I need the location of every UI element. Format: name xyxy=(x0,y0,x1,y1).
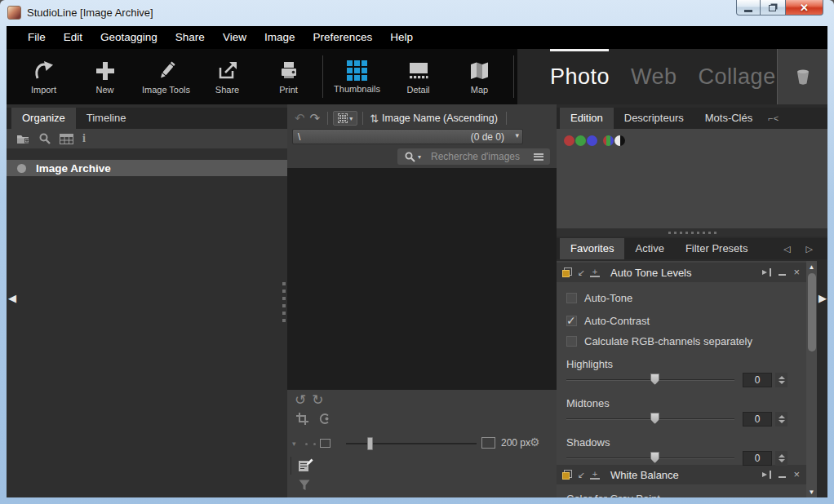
search-input[interactable]: Recherche d'images xyxy=(431,151,534,162)
white-balance-header[interactable]: ↙ + White Balance × xyxy=(557,465,806,484)
auto-contrast-checkbox[interactable]: ✓ xyxy=(566,316,577,326)
spin-down-icon[interactable] xyxy=(779,381,785,384)
small-thumbnail-icon[interactable] xyxy=(320,439,330,448)
share-button[interactable]: Share xyxy=(197,49,258,104)
folder-item-image-archive[interactable]: Image Archive xyxy=(7,160,287,176)
highlights-slider[interactable] xyxy=(566,371,734,389)
auto-contrast-row[interactable]: ✓ Auto-Contrast xyxy=(566,312,806,329)
highlights-value[interactable]: 0 xyxy=(743,373,772,387)
mode-tab-photo[interactable]: Photo xyxy=(550,64,610,90)
shadows-stepper[interactable] xyxy=(775,451,787,466)
detail-view-button[interactable]: Detail xyxy=(388,49,449,104)
spin-up-icon[interactable] xyxy=(779,415,785,418)
menu-image[interactable]: Image xyxy=(255,26,304,49)
thumbnail-canvas[interactable] xyxy=(287,168,557,390)
panel-splitter-handle[interactable] xyxy=(282,282,286,322)
scrollbar-thumb[interactable] xyxy=(808,273,816,351)
slider-thumb[interactable] xyxy=(650,413,659,424)
blue-channel-icon[interactable] xyxy=(587,135,597,146)
auto-tone-checkbox[interactable] xyxy=(566,293,577,303)
close-filter-icon[interactable]: × xyxy=(793,470,800,480)
restore-button[interactable] xyxy=(761,0,786,15)
menu-geotagging[interactable]: Geotagging xyxy=(91,26,166,49)
menu-help[interactable]: Help xyxy=(381,26,422,49)
large-thumbnail-icon[interactable] xyxy=(481,437,495,449)
trash-dropzone[interactable] xyxy=(777,49,827,104)
auto-tone-row[interactable]: Auto-Tone xyxy=(566,289,806,307)
tab-mots-cles[interactable]: Mots-Clés xyxy=(694,108,764,129)
spin-down-icon[interactable] xyxy=(779,420,785,423)
apply-settings-icon[interactable]: ↙ xyxy=(576,470,586,480)
menu-view[interactable]: View xyxy=(214,26,255,49)
view-style-button[interactable]: ▾ xyxy=(333,111,357,126)
new-button[interactable]: New xyxy=(74,49,135,104)
tab-timeline[interactable]: Timeline xyxy=(76,108,137,129)
filter-funnel-icon[interactable] xyxy=(299,480,310,491)
rotate-left-icon[interactable]: ↺ xyxy=(295,391,306,409)
size-slider-track[interactable] xyxy=(346,443,477,444)
rgb-channels-icon[interactable] xyxy=(603,135,614,146)
slider-thumb[interactable] xyxy=(650,374,659,385)
rgb-separately-checkbox[interactable] xyxy=(566,336,577,347)
print-button[interactable]: Print xyxy=(258,49,319,104)
spin-up-icon[interactable] xyxy=(779,454,785,458)
slider-thumb[interactable] xyxy=(650,452,659,463)
midtones-value[interactable]: 0 xyxy=(743,412,772,427)
gear-icon[interactable]: ⚙ xyxy=(530,435,540,449)
auto-tone-levels-header[interactable]: ↙ + Auto Tone Levels × xyxy=(557,263,806,282)
mode-tab-web[interactable]: Web xyxy=(631,64,677,90)
popout-icon[interactable] xyxy=(761,471,771,479)
search-menu-icon[interactable] xyxy=(534,153,543,161)
chevron-down-icon[interactable]: ▾ xyxy=(515,131,519,139)
scroll-down-icon[interactable]: ▼ xyxy=(806,486,817,497)
mode-tab-collage[interactable]: Collage xyxy=(699,64,776,90)
spin-up-icon[interactable] xyxy=(779,376,785,379)
shadows-value[interactable]: 0 xyxy=(743,451,772,466)
green-channel-icon[interactable] xyxy=(575,135,586,146)
tab-favorites[interactable]: Favorites xyxy=(560,238,624,259)
thumbnails-view-button[interactable]: Thumbnails xyxy=(326,49,388,104)
midtones-slider[interactable] xyxy=(566,410,734,428)
sort-order-label[interactable]: Image Name (Ascending) xyxy=(382,113,498,124)
collapse-right-panel-arrow[interactable]: ▶ xyxy=(818,292,827,304)
nav-forward-icon[interactable]: ↷ xyxy=(308,111,323,126)
popout-icon[interactable] xyxy=(761,268,771,276)
chevron-down-icon[interactable]: ▾ xyxy=(292,440,296,448)
edit-descriptors-icon[interactable] xyxy=(298,458,313,473)
red-channel-icon[interactable] xyxy=(564,135,574,146)
new-folder-icon[interactable] xyxy=(16,133,30,144)
tab-filter-presets[interactable]: Filter Presets xyxy=(675,238,759,259)
tab-active[interactable]: Active xyxy=(624,238,674,259)
tab-descripteurs[interactable]: Descripteurs xyxy=(614,108,694,129)
minimize-filter-icon[interactable] xyxy=(779,274,786,276)
redeye-icon[interactable] xyxy=(318,413,330,425)
minimize-button[interactable] xyxy=(736,0,761,15)
menu-preferences[interactable]: Preferences xyxy=(304,26,381,49)
crop-icon[interactable] xyxy=(296,413,308,425)
import-button[interactable]: Import xyxy=(13,49,74,104)
minimize-filter-icon[interactable] xyxy=(779,476,786,478)
shadows-slider[interactable] xyxy=(566,449,734,467)
highlights-stepper[interactable] xyxy=(775,373,787,387)
apply-settings-icon[interactable]: ↙ xyxy=(576,267,586,277)
title-bar[interactable]: StudioLine [Image Archive] ✕ xyxy=(0,0,834,26)
tab-organize[interactable]: Organize xyxy=(11,108,76,129)
copy-settings-icon[interactable] xyxy=(562,470,572,480)
collapse-left-panel-arrow[interactable]: ◀ xyxy=(8,292,16,304)
preset-scroll-arrows[interactable]: ◁ ▷ xyxy=(783,238,819,259)
panel-splitter-handle[interactable] xyxy=(557,228,827,237)
path-selector[interactable]: \ (0 de 0) ▾ xyxy=(292,129,523,144)
rgb-separately-row[interactable]: Calculate RGB-channels separately xyxy=(566,332,806,350)
menu-file[interactable]: File xyxy=(19,26,55,49)
panel-collapse-icon[interactable]: ⌐< xyxy=(768,113,779,123)
info-icon[interactable]: i xyxy=(82,132,86,145)
midtones-stepper[interactable] xyxy=(775,412,787,427)
tab-edition[interactable]: Edition xyxy=(560,108,614,129)
add-preset-icon[interactable]: + xyxy=(590,470,600,480)
sort-direction-icon[interactable]: ⇅ xyxy=(370,113,379,125)
table-view-icon[interactable] xyxy=(60,134,73,144)
rotate-right-icon[interactable]: ↻ xyxy=(312,391,323,409)
copy-settings-icon[interactable] xyxy=(562,267,572,277)
spin-down-icon[interactable] xyxy=(779,459,785,462)
image-search-box[interactable]: ▾ Recherche d'images xyxy=(397,148,550,165)
